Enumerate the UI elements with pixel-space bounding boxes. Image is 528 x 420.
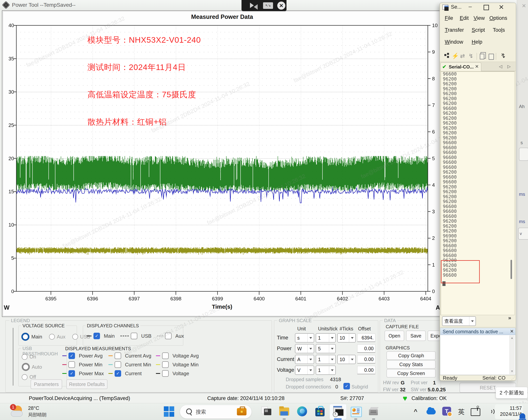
measurement-checkbox[interactable] — [115, 361, 121, 368]
measurement-checkbox[interactable] — [69, 361, 75, 368]
reconnect-icon[interactable]: ⇄ — [460, 52, 465, 59]
usb-passthrough-option-off[interactable]: Off — [22, 374, 42, 380]
copy-icon[interactable] — [480, 54, 484, 60]
taskbar-securecrt-icon[interactable] — [333, 406, 343, 417]
offset-field-voltage[interactable]: 0.00 — [357, 366, 375, 374]
taskbar-weather-widget[interactable]: 1 28°C 局部晴朗 — [6, 404, 63, 420]
measurement-current[interactable]: ✓Current — [108, 370, 151, 377]
taskbar-powertool-icon[interactable] — [350, 406, 361, 417]
command-combo[interactable]: 查看温度 — [442, 316, 476, 326]
command-more-chevron-icon[interactable]: » — [508, 315, 511, 321]
menu-view[interactable]: View — [474, 15, 485, 21]
session-manager-icon[interactable] — [444, 54, 446, 56]
terminal-scrollbar-thumb[interactable] — [511, 260, 512, 279]
unit-select-current[interactable]: A — [295, 355, 314, 364]
start-button[interactable] — [164, 406, 174, 417]
measurement-power-min[interactable]: Power Min — [62, 361, 104, 368]
taskbar-file-explorer-icon[interactable] — [279, 406, 289, 417]
paste-icon[interactable] — [489, 54, 494, 60]
search-input[interactable]: 搜索 — [180, 405, 252, 419]
usb-passthrough-option-on[interactable]: On — [22, 354, 42, 360]
measurement-checkbox[interactable]: ✓ — [69, 352, 75, 359]
num-ticks-select-current[interactable]: 10 — [337, 355, 356, 364]
channel-checkbox[interactable]: ✓ — [94, 333, 100, 339]
ime-indicator[interactable]: 英 — [458, 408, 465, 416]
channel-option-main[interactable]: ✓Main — [86, 333, 115, 339]
measurement-voltage[interactable]: Voltage — [156, 370, 199, 377]
measurement-checkbox[interactable]: ✓ — [69, 370, 75, 377]
serial-titlebar[interactable]: Se... – ✕ — [440, 3, 516, 11]
scroll-up-icon[interactable]: ▲ — [511, 336, 514, 340]
close-circle-icon[interactable]: × — [277, 1, 285, 10]
send-commands-scrollbar[interactable]: ▲ ▼ — [510, 335, 515, 374]
unit-select-time[interactable]: s — [295, 333, 314, 343]
resize-grip-icon[interactable]: ⋰ — [511, 376, 515, 380]
send-commands-close-icon[interactable]: ✕ — [510, 329, 514, 334]
quick-connect-icon[interactable]: ⚡ — [452, 52, 459, 59]
open-button[interactable]: Open — [384, 331, 404, 341]
power-chart-canvas[interactable] — [11, 22, 433, 297]
units-per-tick-select-current[interactable]: 1 — [316, 355, 336, 364]
restore-defaults-button[interactable]: Restore Defaults — [66, 379, 108, 389]
menu-edit[interactable]: Edit — [460, 15, 469, 21]
units-per-tick-select-voltage[interactable]: 1 — [316, 366, 336, 375]
taskbar-microsoft-store-icon[interactable] — [314, 406, 325, 417]
units-per-tick-select-power[interactable]: 5 — [316, 344, 336, 353]
taskbar-edge-icon[interactable] — [297, 406, 307, 417]
tray-clock[interactable]: 11:57 2024/11/4 — [495, 404, 523, 419]
tab-next-icon[interactable]: ▷ — [507, 64, 511, 69]
disconnect-icon[interactable]: ↯ — [468, 52, 473, 59]
taskbar-device-box-icon[interactable] — [368, 406, 379, 417]
send-commands-input[interactable]: ▲ ▼ — [440, 335, 516, 375]
tab-close-icon[interactable]: ✕ — [475, 64, 479, 69]
notification-toast[interactable]: 2 个新通知 — [496, 387, 528, 398]
tab-prev-icon[interactable]: ◁ — [499, 64, 502, 69]
serial-minimize-icon[interactable]: – — [468, 3, 472, 10]
measurement-voltage-min[interactable]: Voltage Min — [156, 361, 199, 368]
taskbar-photos-icon[interactable] — [261, 406, 272, 417]
menu-tools[interactable]: Tools — [493, 27, 505, 33]
save-button[interactable]: Save — [406, 331, 426, 341]
measurement-checkbox[interactable] — [162, 352, 169, 359]
measurement-power-avg[interactable]: ✓Power Avg — [62, 352, 104, 359]
serial-close-icon[interactable]: ✕ — [499, 3, 504, 11]
voltage-source-option-main[interactable]: Main — [21, 333, 42, 341]
usb-passthrough-option-auto[interactable]: Auto — [22, 363, 42, 371]
measurement-voltage-avg[interactable]: Voltage Avg — [156, 352, 199, 359]
copy-stats-button[interactable]: Copy Stats — [386, 360, 436, 369]
num-ticks-select-time[interactable]: 10 — [337, 333, 356, 343]
menu-help[interactable]: Help — [472, 39, 482, 45]
serial-maximize-icon[interactable] — [484, 5, 489, 10]
offset-field-power[interactable]: 0.00 — [357, 344, 375, 353]
tray-expand-icon[interactable]: ^ — [414, 408, 418, 415]
cast-display-icon[interactable] — [471, 408, 480, 416]
measurement-checkbox[interactable] — [162, 370, 169, 377]
scroll-down-icon[interactable]: ▼ — [511, 370, 514, 373]
measurement-checkbox[interactable] — [162, 361, 169, 368]
send-commands-panel-header[interactable]: Send commands to active ... ✕ — [440, 328, 516, 335]
offset-field-time[interactable]: 6394. — [357, 334, 375, 342]
subgrid-checkbox[interactable]: ✓ — [343, 383, 350, 389]
onedrive-icon[interactable] — [426, 409, 436, 414]
menu-file[interactable]: File — [445, 15, 453, 21]
flip-triangles-icon[interactable] — [250, 3, 254, 8]
copy-screen-button[interactable]: Copy Screen — [386, 369, 436, 377]
serial-session-tab[interactable]: ✔ Serial-CO... ✕ — [441, 62, 481, 71]
teams-icon[interactable]: T — [442, 407, 451, 416]
offset-field-current[interactable]: 0.00 — [357, 355, 375, 363]
menu-window[interactable]: Window — [445, 39, 463, 45]
measurement-checkbox[interactable]: ✓ — [115, 370, 121, 377]
channel-checkbox[interactable] — [165, 333, 171, 339]
measurement-power-max[interactable]: ✓Power Max — [62, 370, 104, 377]
menu-options[interactable]: Options — [489, 15, 507, 21]
channel-option-usb[interactable]: USB — [120, 333, 151, 339]
parameters-button[interactable]: Parameters — [31, 379, 62, 389]
voltage-source-option-aux[interactable]: Aux — [49, 333, 65, 341]
unit-select-power[interactable]: W — [295, 344, 314, 353]
notification-bell-icon[interactable] — [519, 413, 525, 419]
channel-checkbox[interactable] — [131, 333, 137, 339]
flip-triangles-icon-2[interactable] — [254, 4, 258, 10]
menu-script[interactable]: Script — [472, 27, 485, 33]
menu-transfer[interactable]: Transfer — [445, 27, 464, 33]
units-per-tick-select-time[interactable]: 1 — [316, 333, 336, 343]
